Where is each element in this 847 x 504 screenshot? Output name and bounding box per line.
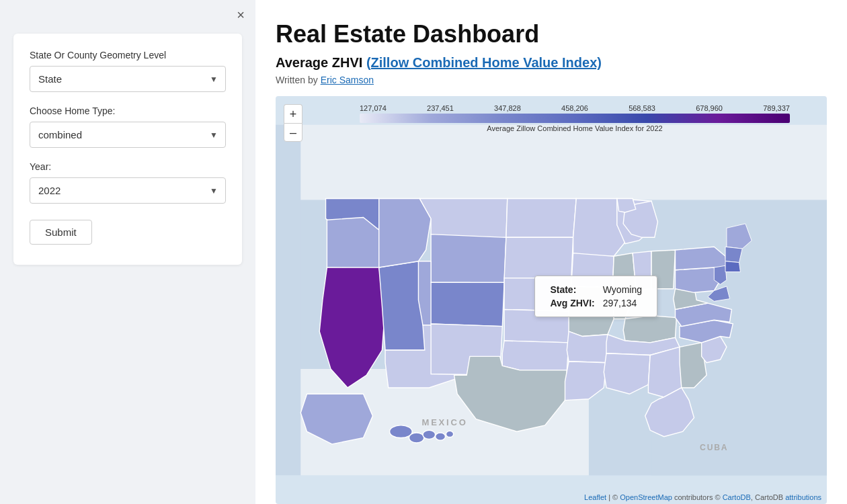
year-label: Year: [30, 161, 226, 172]
tooltip-zhvi-value: 297,134 [599, 296, 646, 310]
year-select[interactable]: 2020 2021 2022 2023 [30, 177, 226, 204]
svg-marker-14 [431, 282, 504, 326]
legend-val-0: 127,074 [360, 104, 387, 112]
main-content: Real Estate Dashboard Average ZHVI (Zill… [255, 0, 847, 504]
hometype-field-group: Choose Home Type: combined single-family… [30, 106, 226, 148]
map-container: + – 127,074 237,451 347,828 458,206 568,… [276, 96, 827, 504]
svg-rect-4 [276, 125, 300, 476]
attributions-link[interactable]: attributions [785, 493, 821, 501]
year-field-group: Year: 2020 2021 2022 2023 [30, 161, 226, 204]
svg-point-53 [423, 430, 436, 439]
legend-val-4: 568,583 [629, 104, 655, 112]
legend-bar [360, 114, 790, 123]
svg-marker-25 [567, 331, 608, 363]
sidebar: × State Or County Geometry Level State C… [0, 0, 255, 504]
tooltip-state-label: State: [546, 283, 598, 296]
svg-marker-6 [327, 218, 378, 269]
svg-marker-47 [725, 247, 742, 262]
year-select-wrapper: 2020 2021 2022 2023 [30, 177, 226, 204]
svg-point-51 [390, 425, 413, 438]
page-title: Real Estate Dashboard [276, 20, 827, 48]
submit-button[interactable]: Submit [30, 220, 92, 245]
map-controls: + – [284, 104, 302, 142]
svg-marker-42 [676, 267, 721, 292]
leaflet-link[interactable]: Leaflet [584, 493, 606, 501]
legend-labels: 127,074 237,451 347,828 458,206 568,583 … [360, 104, 790, 112]
svg-marker-11 [431, 235, 506, 283]
map-attribution: Leaflet | © OpenStreetMap contributors ©… [584, 493, 821, 501]
svg-marker-35 [648, 347, 681, 397]
svg-point-54 [436, 433, 446, 440]
zoom-out-button[interactable]: – [284, 123, 302, 142]
svg-marker-17 [504, 237, 573, 278]
legend-val-6: 789,337 [763, 104, 790, 112]
svg-rect-1 [276, 125, 827, 200]
legend: 127,074 237,451 347,828 458,206 568,583 … [329, 104, 820, 132]
hometype-select-wrapper: combined single-family condo [30, 122, 226, 148]
cartodb1-link[interactable]: CartoDB [723, 493, 751, 501]
svg-marker-48 [725, 261, 740, 272]
svg-point-52 [409, 433, 424, 443]
tooltip-state-value: Wyoming [599, 283, 646, 296]
geometry-select[interactable]: State County [30, 66, 226, 92]
svg-text:MEXICO: MEXICO [421, 417, 467, 427]
svg-marker-49 [617, 199, 636, 213]
subtitle-text: Average ZHVI [276, 55, 366, 70]
legend-val-2: 347,828 [494, 104, 521, 112]
author-row: Written by Eric Samson [276, 75, 827, 85]
subtitle-link[interactable]: (Zillow Combined Home Value Index) [366, 55, 602, 70]
zoom-in-button[interactable]: + [284, 104, 302, 123]
legend-val-3: 458,206 [561, 104, 588, 112]
close-button[interactable]: × [237, 8, 245, 22]
hometype-label: Choose Home Type: [30, 106, 226, 116]
map-tooltip: State: Wyoming Avg ZHVI: 297,134 [534, 276, 657, 317]
subtitle-row: Average ZHVI (Zillow Combined Home Value… [276, 55, 827, 71]
geometry-label: State Or County Geometry Level [30, 50, 226, 60]
cartodb2-text: CartoDB [755, 493, 783, 501]
svg-text:CUBA: CUBA [700, 443, 728, 452]
svg-marker-20 [502, 341, 569, 370]
control-panel: State Or County Geometry Level State Cou… [13, 34, 242, 265]
author-prefix: Written by [276, 75, 321, 85]
legend-val-5: 678,960 [696, 104, 723, 112]
tooltip-zhvi-label: Avg ZHVI: [546, 296, 598, 310]
svg-marker-16 [506, 199, 576, 238]
osm-link[interactable]: OpenStreetMap [620, 493, 672, 501]
hometype-select[interactable]: combined single-family condo [30, 122, 226, 148]
geometry-select-wrapper: State County [30, 66, 226, 92]
legend-val-1: 237,451 [427, 104, 454, 112]
legend-title: Average Zillow Combined Home Value Index… [360, 124, 790, 132]
svg-point-55 [446, 431, 453, 437]
svg-marker-44 [714, 265, 727, 284]
author-link[interactable]: Eric Samson [321, 75, 374, 85]
geometry-field-group: State Or County Geometry Level State Cou… [30, 50, 226, 92]
